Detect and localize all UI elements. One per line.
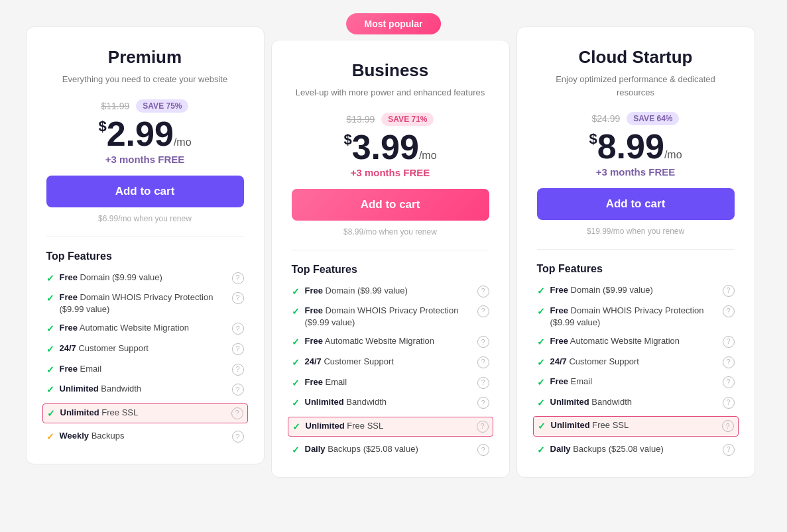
info-icon[interactable]: ? (723, 305, 735, 317)
check-icon: ✓ (537, 444, 545, 457)
feature-list: ✓Free Domain ($9.99 value)?✓Free Domain … (46, 272, 244, 445)
feature-left: ✓Unlimited Bandwidth (537, 396, 717, 410)
feature-left: ✓Unlimited Free SSL (47, 407, 226, 421)
feature-left: ✓Unlimited Free SSL (538, 419, 717, 433)
info-icon[interactable]: ? (723, 336, 735, 348)
info-icon[interactable]: ? (723, 397, 735, 409)
feature-item: ✓Free Email? (292, 376, 489, 390)
price-per-mo: /mo (174, 136, 192, 148)
original-price: $24.99 (592, 113, 621, 124)
feature-item: ✓Daily Backups ($25.08 value)? (537, 443, 735, 457)
info-icon[interactable]: ? (723, 285, 735, 297)
info-icon[interactable]: ? (477, 286, 489, 297)
feature-left: ✓Unlimited Free SSL (292, 420, 471, 434)
check-icon: ✓ (537, 376, 545, 390)
check-icon: ✓ (292, 286, 300, 299)
info-icon[interactable]: ? (477, 305, 489, 317)
feature-item: ✓Unlimited Bandwidth? (292, 396, 489, 410)
info-icon[interactable]: ? (723, 356, 735, 368)
feature-left: ✓Free Domain ($9.99 value) (537, 284, 717, 298)
check-icon: ✓ (292, 421, 300, 434)
info-icon[interactable]: ? (477, 421, 489, 433)
info-icon[interactable]: ? (477, 336, 489, 348)
feature-left: ✓24/7 Customer Support (46, 343, 227, 356)
price-dollar: $ (98, 118, 106, 134)
info-icon[interactable]: ? (477, 356, 489, 368)
section-divider (292, 250, 489, 250)
feature-list: ✓Free Domain ($9.99 value)?✓Free Domain … (537, 284, 735, 457)
top-features-title: Top Features (537, 263, 735, 275)
feature-item: ✓Unlimited Bandwidth? (46, 383, 244, 397)
info-icon[interactable]: ? (232, 292, 244, 304)
renew-price: $19.99/mo when you renew (537, 227, 735, 236)
info-icon[interactable]: ? (232, 323, 244, 335)
feature-text: Free Automatic Website Migration (60, 322, 190, 334)
feature-left: ✓Free Automatic Website Migration (292, 335, 472, 349)
price-main: $3.99/mo (292, 130, 489, 164)
feature-left: ✓Daily Backups ($25.08 value) (292, 443, 472, 457)
feature-left: ✓24/7 Customer Support (292, 356, 472, 370)
feature-item: ✓Free Domain WHOIS Privacy Protection ($… (46, 292, 244, 315)
feature-list: ✓Free Domain ($9.99 value)?✓Free Domain … (292, 285, 489, 458)
check-icon: ✓ (46, 272, 54, 286)
feature-text: Unlimited Free SSL (306, 420, 384, 432)
feature-text: Free Domain ($9.99 value) (550, 284, 653, 296)
info-icon[interactable]: ? (232, 272, 244, 284)
feature-item: ✓24/7 Customer Support? (292, 356, 489, 370)
feature-item: ✓Unlimited Bandwidth? (537, 396, 735, 410)
feature-text: Free Domain WHOIS Privacy Protection ($9… (60, 292, 227, 315)
price-dollar: $ (343, 131, 351, 148)
info-icon[interactable]: ? (723, 444, 735, 456)
plan-subtitle: Enjoy optimized performance & dedicated … (537, 73, 735, 99)
add-to-cart-button[interactable]: Add to cart (46, 176, 244, 207)
info-icon[interactable]: ? (477, 444, 489, 456)
info-icon[interactable]: ? (477, 397, 489, 409)
plan-card-premium: PremiumEverything you need to create you… (26, 27, 265, 464)
check-icon: ✓ (47, 407, 55, 421)
feature-text: Free Automatic Website Migration (550, 335, 680, 347)
info-icon[interactable]: ? (232, 384, 244, 396)
check-icon: ✓ (46, 292, 54, 305)
info-icon[interactable]: ? (723, 376, 735, 388)
info-icon[interactable]: ? (232, 343, 244, 355)
plan-card-business: BusinessLevel-up with more power and enh… (271, 40, 510, 478)
info-icon[interactable]: ? (231, 407, 243, 419)
price-original-row: $24.99SAVE 64% (537, 112, 735, 125)
feature-text: Weekly Backups (60, 430, 125, 442)
check-icon: ✓ (292, 305, 300, 319)
add-to-cart-button[interactable]: Add to cart (537, 188, 735, 220)
price-per-mo: /mo (664, 149, 682, 160)
feature-item: ✓Free Automatic Website Migration? (292, 335, 489, 349)
feature-text: Daily Backups ($25.08 value) (305, 443, 418, 455)
plan-title: Premium (46, 47, 244, 68)
save-badge: SAVE 71% (381, 113, 434, 126)
price-per-mo: /mo (419, 150, 437, 161)
feature-text: 24/7 Customer Support (60, 343, 149, 354)
feature-left: ✓Free Automatic Website Migration (537, 335, 717, 349)
price-amount: 2.99 (107, 115, 174, 153)
feature-text: Unlimited Bandwidth (305, 396, 387, 408)
info-icon[interactable]: ? (722, 420, 734, 432)
feature-text: Unlimited Free SSL (551, 419, 629, 431)
feature-text: Unlimited Bandwidth (60, 383, 142, 395)
check-icon: ✓ (537, 397, 545, 410)
feature-text: Unlimited Bandwidth (550, 396, 633, 408)
price-main: $8.99/mo (537, 129, 735, 164)
most-popular-badge: Most popular (346, 13, 442, 34)
feature-left: ✓Weekly Backups (46, 430, 227, 444)
plan-subtitle: Everything you need to create your websi… (46, 73, 244, 86)
feature-text: Free Domain ($9.99 value) (60, 272, 162, 284)
info-icon[interactable]: ? (477, 377, 489, 389)
feature-text: Unlimited Free SSL (60, 407, 139, 419)
info-icon[interactable]: ? (232, 431, 244, 443)
feature-left: ✓Free Automatic Website Migration (46, 322, 227, 336)
info-icon[interactable]: ? (232, 364, 244, 376)
feature-item: ✓Free Domain WHOIS Privacy Protection ($… (537, 305, 735, 329)
section-divider (537, 249, 735, 250)
feature-text: Daily Backups ($25.08 value) (550, 443, 664, 455)
feature-item: ✓24/7 Customer Support? (537, 356, 735, 370)
check-icon: ✓ (46, 343, 54, 356)
feature-left: ✓Unlimited Bandwidth (292, 396, 472, 410)
plan-card-cloud-startup: Cloud StartupEnjoy optimized performance… (516, 27, 755, 478)
add-to-cart-button[interactable]: Add to cart (292, 189, 489, 221)
